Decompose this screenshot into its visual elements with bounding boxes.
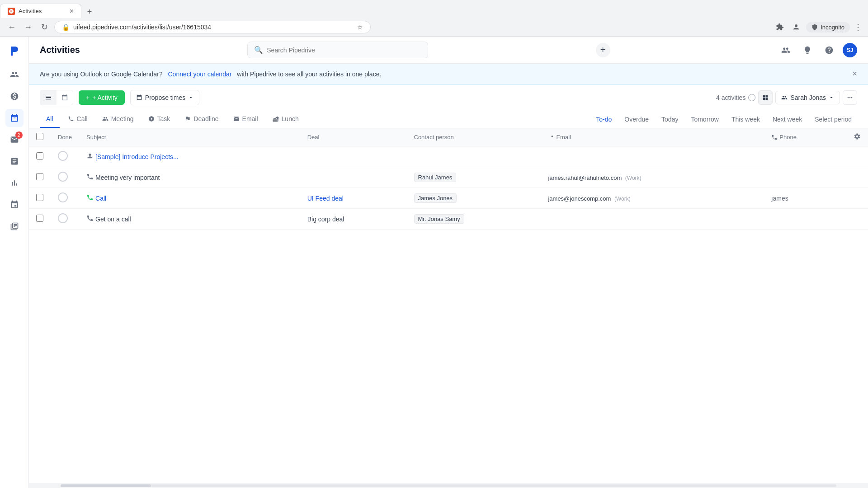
profile-button[interactable] xyxy=(790,21,802,33)
row-checkbox[interactable] xyxy=(36,152,43,160)
active-tab[interactable]: Activities × xyxy=(0,4,81,18)
done-circle-button[interactable] xyxy=(58,151,68,161)
filter-tab-call[interactable]: Call xyxy=(61,111,94,128)
contact-tag[interactable]: James Jones xyxy=(414,193,457,203)
back-button[interactable]: ← xyxy=(5,21,18,33)
sidebar-item-reports[interactable] xyxy=(5,174,24,192)
url-input[interactable] xyxy=(73,23,354,31)
row-deal-cell xyxy=(300,146,407,167)
calendar-connect-link[interactable]: Connect your calendar xyxy=(168,70,232,78)
row-done-cell[interactable] xyxy=(51,167,79,188)
table-row: Meeting very important Rahul James james… xyxy=(29,167,868,188)
phone-column-header[interactable]: Phone xyxy=(764,128,846,146)
filter-tab-all[interactable]: All xyxy=(40,111,60,128)
incognito-button[interactable]: Incognito xyxy=(806,22,850,33)
row-checkbox-cell[interactable] xyxy=(29,209,51,230)
filter-user-button[interactable]: Sarah Jonas xyxy=(775,91,840,104)
app-header: Activities 🔍 + SJ xyxy=(29,37,868,64)
filter-tab-meeting[interactable]: Meeting xyxy=(96,111,140,128)
done-circle-button[interactable] xyxy=(58,213,68,223)
period-tab-tomorrow[interactable]: Tomorrow xyxy=(685,112,724,127)
sidebar-item-marketplace[interactable] xyxy=(5,217,24,235)
extensions-button[interactable] xyxy=(774,21,786,33)
people-icon[interactable] xyxy=(778,42,794,58)
row-checkbox[interactable] xyxy=(36,173,43,180)
deal-column-header[interactable]: Deal xyxy=(300,128,407,146)
browser-menu-button[interactable]: ⋮ xyxy=(854,22,863,33)
contact-tag[interactable]: Rahul James xyxy=(414,173,457,182)
avatar[interactable]: SJ xyxy=(843,43,857,57)
sidebar-item-deals[interactable] xyxy=(5,87,24,105)
period-tab-overdue[interactable]: Overdue xyxy=(619,112,654,127)
tab-title: Activities xyxy=(19,8,66,14)
email-column-header[interactable]: Email xyxy=(541,128,764,146)
row-contact-cell xyxy=(407,146,541,167)
sidebar-item-activities[interactable] xyxy=(5,109,24,127)
row-subject-cell: [Sample] Introduce Projects... xyxy=(79,146,300,167)
row-checkbox-cell[interactable] xyxy=(29,188,51,209)
select-all-checkbox[interactable] xyxy=(36,133,43,140)
email-value[interactable]: james.rahul@rahulneto.com (Work) xyxy=(548,174,641,181)
row-settings-cell xyxy=(846,146,868,167)
row-checkbox-cell[interactable] xyxy=(29,167,51,188)
period-tab-this-week[interactable]: This week xyxy=(726,112,765,127)
forward-button[interactable]: → xyxy=(22,21,34,33)
subject-link[interactable]: [Sample] Introduce Projects... xyxy=(95,153,179,160)
deal-link[interactable]: UI Feed deal xyxy=(307,195,344,202)
search-input[interactable] xyxy=(267,47,421,54)
calendar-view-button[interactable] xyxy=(57,90,73,105)
filter-tab-deadline[interactable]: Deadline xyxy=(178,111,225,128)
row-done-cell[interactable] xyxy=(51,188,79,209)
subject-column-header[interactable]: Subject xyxy=(79,128,300,146)
propose-times-button[interactable]: Propose times xyxy=(130,90,199,105)
subject-link[interactable]: Call xyxy=(95,195,106,202)
row-checkbox-cell[interactable] xyxy=(29,146,51,167)
row-checkbox[interactable] xyxy=(36,194,43,201)
tab-close-button[interactable]: × xyxy=(70,8,74,15)
banner-close-button[interactable]: × xyxy=(852,69,857,79)
contact-tag[interactable]: Mr. Jonas Samy xyxy=(414,214,464,224)
sidebar-item-inbox[interactable] xyxy=(5,152,24,170)
settings-column-header[interactable] xyxy=(846,128,868,146)
sidebar-item-campaigns[interactable]: 2 xyxy=(5,131,24,149)
add-activity-button[interactable]: + + Activity xyxy=(79,90,125,105)
more-options-button[interactable] xyxy=(843,90,857,105)
sidebar-item-products[interactable] xyxy=(5,196,24,214)
done-circle-button[interactable] xyxy=(58,192,68,202)
bookmark-icon[interactable]: ☆ xyxy=(357,23,363,31)
reload-button[interactable]: ↻ xyxy=(38,21,51,33)
period-tab-todo[interactable]: To-do xyxy=(590,112,617,127)
sidebar-item-leads[interactable] xyxy=(5,66,24,84)
browser-toolbar: ← → ↻ 🔒 ☆ Incognito ⋮ xyxy=(0,18,868,36)
activities-table: Done Subject Deal Contact person Email xyxy=(29,128,868,230)
info-icon[interactable]: i xyxy=(748,94,755,101)
contact-column-header[interactable]: Contact person xyxy=(407,128,541,146)
filter-tab-lunch[interactable]: Lunch xyxy=(266,111,305,128)
period-tab-next-week[interactable]: Next week xyxy=(767,112,807,127)
add-activity-icon: + xyxy=(86,94,90,101)
add-global-button[interactable]: + xyxy=(596,43,610,57)
row-done-cell[interactable] xyxy=(51,209,79,230)
grid-view-button[interactable] xyxy=(758,90,773,105)
done-circle-button[interactable] xyxy=(58,172,68,182)
filter-tab-email[interactable]: Email xyxy=(227,111,264,128)
help-icon[interactable] xyxy=(821,42,837,58)
email-value[interactable]: james@jonescomp.com (Work) xyxy=(548,195,630,202)
filter-tab-task[interactable]: Task xyxy=(142,111,177,128)
row-phone-cell xyxy=(764,146,846,167)
sidebar-logo[interactable] xyxy=(6,42,23,58)
row-checkbox[interactable] xyxy=(36,215,43,222)
list-view-button[interactable] xyxy=(40,90,57,105)
period-tab-today[interactable]: Today xyxy=(656,112,684,127)
select-all-column[interactable] xyxy=(29,128,51,146)
row-phone-cell: james xyxy=(764,188,846,209)
lightbulb-icon[interactable] xyxy=(799,42,816,58)
search-bar[interactable]: 🔍 xyxy=(247,42,428,58)
horizontal-scrollbar[interactable] xyxy=(29,483,868,488)
new-tab-button[interactable]: + xyxy=(83,5,96,18)
row-done-cell[interactable] xyxy=(51,146,79,167)
scrollbar-thumb[interactable] xyxy=(61,484,151,487)
address-bar[interactable]: 🔒 ☆ xyxy=(54,21,371,33)
period-tab-select-period[interactable]: Select period xyxy=(809,112,857,127)
row-phone-cell xyxy=(764,167,846,188)
